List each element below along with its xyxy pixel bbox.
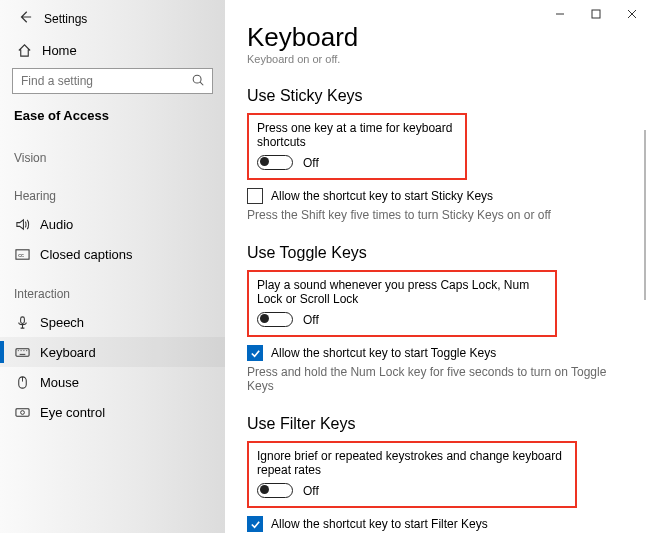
svg-rect-9 [15, 348, 28, 356]
nav-label: Keyboard [40, 345, 96, 360]
nav-label: Mouse [40, 375, 79, 390]
svg-rect-8 [20, 316, 24, 323]
nav-label: Eye control [40, 405, 105, 420]
sticky-keys-help: Press the Shift key five times to turn S… [247, 208, 607, 222]
sticky-keys-heading: Use Sticky Keys [247, 87, 640, 105]
svg-text:cc: cc [18, 251, 24, 257]
sidebar: Settings Home Ease of Access Vision Hear… [0, 0, 225, 533]
sidebar-item-eye-control[interactable]: Eye control [0, 397, 225, 427]
sticky-keys-shortcut-label: Allow the shortcut key to start Sticky K… [271, 189, 493, 203]
svg-rect-17 [15, 408, 28, 416]
nav-label: Speech [40, 315, 84, 330]
filter-keys-shortcut-checkbox[interactable] [247, 516, 263, 532]
toggle-keys-label: Play a sound whenever you press Caps Loc… [257, 278, 547, 306]
toggle-keys-help: Press and hold the Num Lock key for five… [247, 365, 607, 393]
page-subtitle: Keyboard on or off. [247, 53, 640, 65]
back-arrow-icon[interactable] [18, 10, 32, 28]
toggle-keys-toggle-text: Off [303, 313, 319, 327]
sticky-keys-toggle[interactable] [257, 155, 293, 170]
search-icon [191, 73, 205, 91]
toggle-keys-toggle[interactable] [257, 312, 293, 327]
svg-point-18 [20, 410, 24, 414]
content-pane: Keyboard Keyboard on or off. Use Sticky … [225, 0, 650, 533]
filter-keys-toggle[interactable] [257, 483, 293, 498]
filter-keys-heading: Use Filter Keys [247, 415, 640, 433]
search-input[interactable] [12, 68, 213, 94]
sidebar-item-speech[interactable]: Speech [0, 307, 225, 337]
sticky-keys-highlight: Press one key at a time for keyboard sho… [247, 113, 467, 180]
nav-label: Audio [40, 217, 73, 232]
window-title: Settings [44, 12, 87, 26]
svg-point-4 [193, 75, 201, 83]
group-vision: Vision [0, 133, 225, 171]
nav-label: Closed captions [40, 247, 133, 262]
toggle-keys-shortcut-checkbox[interactable] [247, 345, 263, 361]
audio-icon [14, 216, 30, 232]
speech-icon [14, 314, 30, 330]
sidebar-item-mouse[interactable]: Mouse [0, 367, 225, 397]
sticky-keys-label: Press one key at a time for keyboard sho… [257, 121, 457, 149]
toggle-keys-shortcut-label: Allow the shortcut key to start Toggle K… [271, 346, 496, 360]
group-interaction: Interaction [0, 269, 225, 307]
svg-line-5 [200, 82, 203, 85]
keyboard-icon [14, 344, 30, 360]
filter-keys-label: Ignore brief or repeated keystrokes and … [257, 449, 567, 477]
sidebar-item-closed-captions[interactable]: cc Closed captions [0, 239, 225, 269]
home-icon [16, 42, 32, 58]
home-label: Home [42, 43, 77, 58]
category-title: Ease of Access [0, 104, 225, 133]
filter-keys-shortcut-label: Allow the shortcut key to start Filter K… [271, 517, 488, 531]
toggle-keys-highlight: Play a sound whenever you press Caps Loc… [247, 270, 557, 337]
filter-keys-toggle-text: Off [303, 484, 319, 498]
toggle-keys-heading: Use Toggle Keys [247, 244, 640, 262]
mouse-icon [14, 374, 30, 390]
eye-control-icon [14, 404, 30, 420]
sidebar-item-audio[interactable]: Audio [0, 209, 225, 239]
sticky-keys-toggle-text: Off [303, 156, 319, 170]
page-title: Keyboard [247, 22, 640, 53]
sticky-keys-shortcut-checkbox[interactable] [247, 188, 263, 204]
group-hearing: Hearing [0, 171, 225, 209]
closed-captions-icon: cc [14, 246, 30, 262]
filter-keys-highlight: Ignore brief or repeated keystrokes and … [247, 441, 577, 508]
sidebar-item-home[interactable]: Home [0, 36, 225, 66]
scrollbar[interactable] [644, 130, 646, 300]
sidebar-item-keyboard[interactable]: Keyboard [0, 337, 225, 367]
